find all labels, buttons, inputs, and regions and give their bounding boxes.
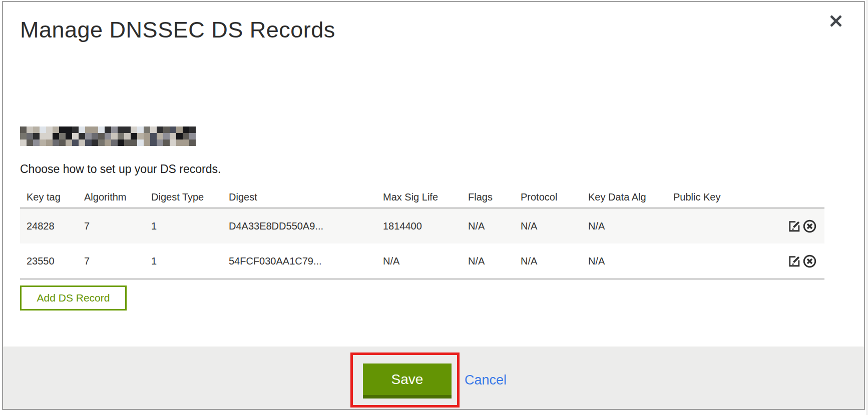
flags-value: N/A xyxy=(468,256,485,267)
redacted-domain-name xyxy=(20,126,196,146)
instruction-text: Choose how to set up your DS records. xyxy=(20,162,221,176)
col-key-data-alg: Key Data Alg xyxy=(588,192,646,203)
col-protocol: Protocol xyxy=(521,192,557,203)
col-algorithm: Algorithm xyxy=(84,192,126,203)
col-digest-type: Digest Type xyxy=(151,192,204,203)
digest-type-value: 1 xyxy=(151,220,157,232)
annotation-highlight-box: Save xyxy=(350,352,460,408)
key-data-alg-value: N/A xyxy=(588,256,605,267)
protocol-value: N/A xyxy=(521,256,537,267)
key-tag-value: 23550 xyxy=(27,256,55,267)
col-digest: Digest xyxy=(229,192,257,203)
max-sig-life-value: N/A xyxy=(383,256,399,267)
ds-records-table: Key tag Algorithm Digest Type Digest Max… xyxy=(20,186,824,280)
algorithm-value: 7 xyxy=(84,220,90,232)
digest-value: D4A33E8DD550A9... xyxy=(229,220,323,232)
protocol-value: N/A xyxy=(521,220,537,232)
algorithm-value: 7 xyxy=(84,256,90,267)
edit-record-button[interactable] xyxy=(787,254,801,268)
col-flags: Flags xyxy=(468,192,493,203)
cancel-link[interactable]: Cancel xyxy=(465,372,507,388)
col-key-tag: Key tag xyxy=(27,192,61,203)
modal-title: Manage DNSSEC DS Records xyxy=(20,17,335,43)
key-tag-value: 24828 xyxy=(27,220,55,232)
manage-dnssec-modal: Manage DNSSEC DS Records Choose how to s… xyxy=(2,1,865,410)
close-icon xyxy=(828,14,843,30)
max-sig-life-value: 1814400 xyxy=(383,220,422,232)
ds-record-row: 23550 7 1 54FCF030AA1C79... N/A N/A N/A … xyxy=(20,244,824,280)
table-header-row: Key tag Algorithm Digest Type Digest Max… xyxy=(20,186,824,208)
edit-record-button[interactable] xyxy=(787,219,801,233)
row-actions xyxy=(787,254,816,268)
delete-record-button[interactable] xyxy=(802,219,816,233)
close-button[interactable] xyxy=(825,11,847,33)
edit-icon xyxy=(788,220,801,232)
key-data-alg-value: N/A xyxy=(588,220,605,232)
delete-icon xyxy=(803,254,816,268)
add-ds-record-button[interactable]: Add DS Record xyxy=(20,286,127,310)
row-actions xyxy=(787,219,816,233)
modal-footer: Save Cancel xyxy=(3,346,864,409)
delete-record-button[interactable] xyxy=(802,254,816,268)
save-button[interactable]: Save xyxy=(363,364,452,398)
ds-record-row: 24828 7 1 D4A33E8DD550A9... 1814400 N/A … xyxy=(20,208,824,244)
flags-value: N/A xyxy=(468,220,485,232)
col-public-key: Public Key xyxy=(673,192,721,203)
digest-type-value: 1 xyxy=(151,256,157,267)
delete-icon xyxy=(803,220,816,233)
page-background-edge xyxy=(866,0,868,415)
col-max-sig-life: Max Sig Life xyxy=(383,192,438,203)
digest-value: 54FCF030AA1C79... xyxy=(229,256,322,267)
edit-icon xyxy=(788,254,801,268)
